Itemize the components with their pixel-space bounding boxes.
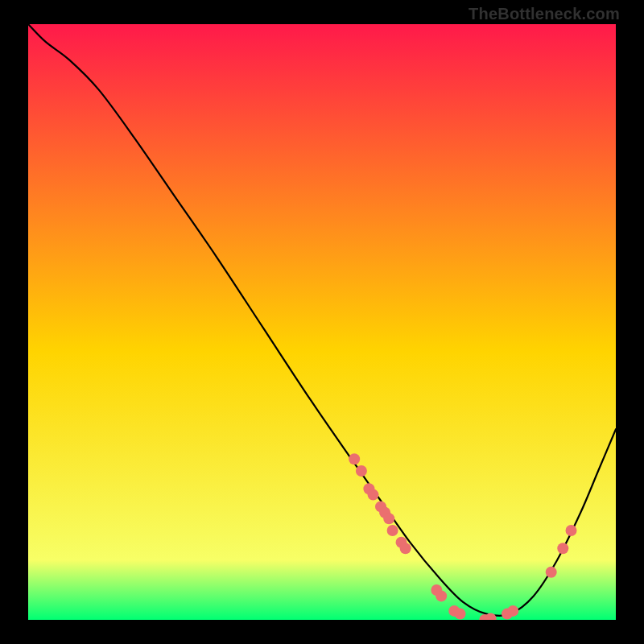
chart-plot	[28, 24, 616, 620]
marker-dot	[507, 605, 518, 617]
marker-dot	[455, 609, 466, 620]
marker-dot	[368, 489, 379, 501]
marker-dot	[383, 513, 394, 524]
chart-svg	[28, 24, 616, 620]
chart-stage: TheBottleneck.com	[0, 0, 644, 644]
marker-dot	[436, 590, 447, 601]
marker-dot	[356, 465, 367, 477]
marker-dot	[557, 543, 568, 554]
marker-dot	[566, 525, 577, 536]
marker-dot	[400, 543, 411, 554]
marker-dot	[387, 525, 398, 536]
marker-dot	[349, 453, 360, 464]
marker-dot	[546, 567, 557, 578]
watermark-label: TheBottleneck.com	[469, 5, 620, 23]
